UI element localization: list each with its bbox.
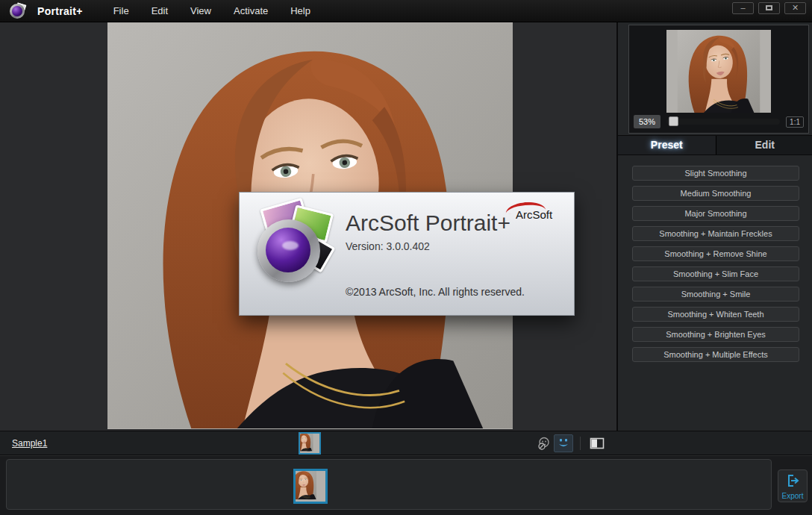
filmstrip <box>6 459 772 510</box>
zoom-bar: 53% 1:1 <box>634 114 804 129</box>
preset-whiten-teeth[interactable]: Smoothing + Whiten Teeth <box>632 307 799 322</box>
menu-activate[interactable]: Activate <box>222 0 279 22</box>
preset-slight-smoothing[interactable]: Slight Smoothing <box>632 166 799 181</box>
close-button[interactable]: ✕ <box>784 2 806 14</box>
face-detect-off-button[interactable] <box>534 434 554 452</box>
maximize-icon <box>766 5 772 10</box>
portrait-plus-app-icon <box>256 203 338 287</box>
filmstrip-thumbnail-selected[interactable] <box>293 469 328 504</box>
split-view-icon <box>590 437 605 449</box>
app-logo-icon <box>9 2 27 20</box>
face-no-icon <box>537 436 552 451</box>
actual-size-button[interactable]: 1:1 <box>786 116 804 128</box>
sample-name-link[interactable]: Sample1 <box>12 438 47 449</box>
filmstrip-area: Export <box>0 456 812 515</box>
preset-list: Slight Smoothing Medium Smoothing Major … <box>632 166 799 367</box>
preset-multiple-effects[interactable]: Smoothing + Multiple Effects <box>632 347 799 362</box>
zoom-slider[interactable] <box>666 119 780 125</box>
bottom-control-bar: Sample1 <box>0 431 812 455</box>
title-bar: Portrait+ File Edit View Activate Help –… <box>0 0 812 22</box>
menu-help[interactable]: Help <box>279 0 322 22</box>
dialog-copyright: ©2013 ArcSoft, Inc. All rights reserved. <box>346 286 525 298</box>
tab-preset[interactable]: Preset <box>618 136 716 154</box>
tab-edit[interactable]: Edit <box>716 136 812 154</box>
arcsoft-logo: ArcSoft <box>507 200 563 227</box>
navigator-thumbnail[interactable] <box>666 30 771 113</box>
preset-slim-face[interactable]: Smoothing + Slim Face <box>632 266 799 281</box>
preset-smile[interactable]: Smoothing + Smile <box>632 287 799 302</box>
divider <box>580 437 581 450</box>
menu-file[interactable]: File <box>102 0 140 22</box>
smile-adjust-button[interactable] <box>554 434 573 452</box>
preset-brighten-eyes[interactable]: Smoothing + Brighten Eyes <box>632 327 799 342</box>
preset-remove-shine[interactable]: Smoothing + Remove Shine <box>632 246 799 261</box>
zoom-slider-handle[interactable] <box>669 116 678 126</box>
dialog-version: Version: 3.0.0.402 <box>346 240 510 252</box>
smiley-icon <box>556 436 571 451</box>
preset-major-smoothing[interactable]: Major Smoothing <box>632 206 799 221</box>
right-panel: 53% 1:1 Preset Edit Slight Smoothing Med… <box>616 22 812 431</box>
split-view-button[interactable] <box>587 434 607 452</box>
panel-tabs: Preset Edit <box>618 135 812 155</box>
maximize-button[interactable] <box>758 2 780 14</box>
face-thumbnail[interactable] <box>299 432 321 455</box>
menu-view[interactable]: View <box>179 0 222 22</box>
app-title: Portrait+ <box>37 5 83 17</box>
zoom-percent-label: 53% <box>634 115 660 128</box>
preset-medium-smoothing[interactable]: Medium Smoothing <box>632 186 799 201</box>
app-window: Portrait+ File Edit View Activate Help –… <box>0 0 812 515</box>
about-dialog[interactable]: ArcSoft Portrait+ Version: 3.0.0.402 ©20… <box>239 192 575 316</box>
menu-edit[interactable]: Edit <box>140 0 179 22</box>
preset-maintain-freckles[interactable]: Smoothing + Maintain Freckles <box>632 226 799 241</box>
export-button[interactable]: Export <box>778 469 808 502</box>
dialog-title: ArcSoft Portrait+ <box>346 210 510 236</box>
minimize-button[interactable]: – <box>732 2 754 14</box>
navigator-preview-box: 53% 1:1 <box>628 25 809 134</box>
window-controls: – ✕ <box>732 2 806 14</box>
menu-bar: File Edit View Activate Help <box>102 0 322 22</box>
export-icon <box>784 473 801 488</box>
